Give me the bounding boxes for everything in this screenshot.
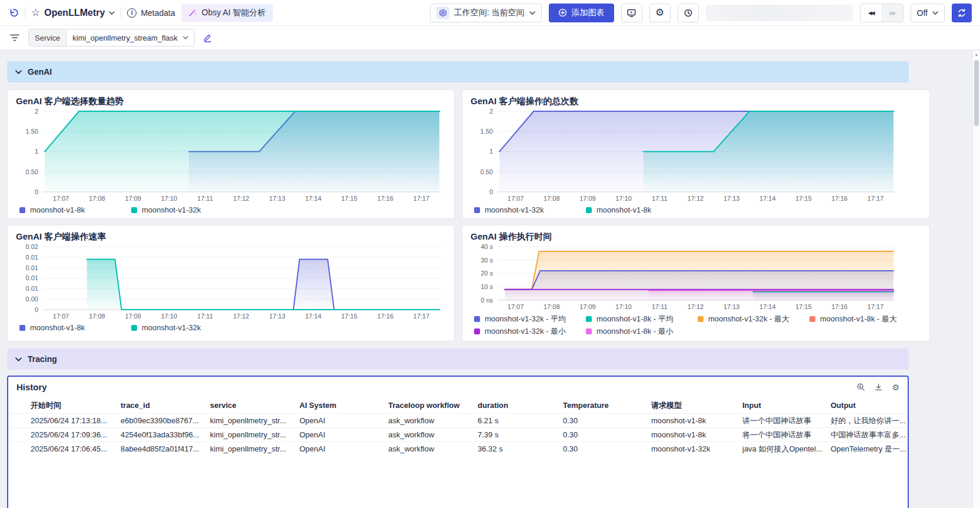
service-filter-label: Service bbox=[29, 29, 66, 46]
table-cell: 36.32 s bbox=[478, 444, 563, 453]
history-panel: History ⚙ 开始时间trace_idserviceAI SystemTr… bbox=[7, 376, 909, 508]
chart-area[interactable]: 0 ns10 s20 s30 s40 s17:0717:0817:0917:10… bbox=[471, 244, 921, 312]
legend-label: moonshot-v1-8k bbox=[30, 323, 85, 332]
svg-text:17:11: 17:11 bbox=[652, 195, 668, 202]
present-button[interactable] bbox=[621, 4, 642, 22]
column-header[interactable]: Traceloop workflow bbox=[388, 401, 478, 410]
chart-legend: moonshot-v1-32kmoonshot-v1-8k bbox=[471, 205, 921, 214]
clock-history-icon bbox=[683, 8, 693, 18]
zoom-icon[interactable] bbox=[856, 383, 865, 391]
column-header[interactable]: Input bbox=[742, 401, 831, 410]
table-cell: kimi_openllmetry_str... bbox=[210, 416, 299, 425]
legend-label: moonshot-v1-8k - 平均 bbox=[596, 314, 674, 324]
svg-text:17:09: 17:09 bbox=[579, 303, 596, 310]
svg-text:2: 2 bbox=[489, 108, 493, 115]
section-tracing[interactable]: Tracing bbox=[7, 348, 909, 370]
legend-item[interactable]: moonshot-v1-32k - 最小 bbox=[474, 326, 586, 337]
download-icon[interactable] bbox=[874, 383, 883, 391]
legend-swatch bbox=[474, 328, 480, 334]
star-icon[interactable]: ☆ bbox=[31, 6, 40, 19]
legend-item[interactable]: moonshot-v1-32k bbox=[131, 205, 243, 214]
settings-button[interactable]: ⚙ bbox=[649, 4, 671, 22]
legend-row: moonshot-v1-8kmoonshot-v1-32k bbox=[19, 205, 446, 214]
table-cell: 8abee4d85f2a01f417... bbox=[121, 444, 210, 453]
legend-item[interactable]: moonshot-v1-32k - 平均 bbox=[474, 314, 586, 324]
chevron-down-icon bbox=[183, 36, 188, 39]
column-header[interactable]: AI System bbox=[299, 401, 388, 410]
gear-icon[interactable]: ⚙ bbox=[892, 383, 899, 392]
refresh-button[interactable] bbox=[952, 4, 972, 22]
legend-swatch bbox=[474, 207, 480, 213]
column-header[interactable]: duration bbox=[478, 401, 563, 410]
section-genai-label: GenAI bbox=[28, 67, 52, 77]
column-header[interactable]: service bbox=[210, 401, 299, 410]
legend-item[interactable]: moonshot-v1-32k - 最大 bbox=[698, 314, 809, 324]
top-bar-right: 工作空间: 当前空间 添加图表 ⚙ ◀◀ ▶▶ bbox=[430, 4, 972, 22]
column-header[interactable]: trace_id bbox=[121, 401, 210, 410]
legend-item[interactable]: moonshot-v1-32k bbox=[474, 205, 586, 214]
chart-area[interactable]: 00.5011.50217:0717:0817:0917:1017:1117:1… bbox=[16, 108, 446, 204]
scroll-up-arrow[interactable]: ▲ bbox=[973, 51, 980, 57]
line-chart: 00.5011.50217:0717:0817:0917:1017:1117:1… bbox=[471, 108, 900, 204]
legend-swatch bbox=[809, 316, 815, 322]
legend-item[interactable]: moonshot-v1-32k bbox=[131, 323, 243, 332]
svg-text:0 ns: 0 ns bbox=[481, 297, 493, 304]
svg-text:30 s: 30 s bbox=[481, 257, 493, 264]
legend-item[interactable]: moonshot-v1-8k bbox=[19, 205, 131, 214]
column-header[interactable]: 请求模型 bbox=[651, 400, 742, 411]
svg-text:17:10: 17:10 bbox=[615, 195, 632, 202]
chart-area[interactable]: 00.000.010.010.010.010.0217:0717:0817:09… bbox=[16, 244, 446, 321]
auto-refresh-select[interactable]: Off bbox=[911, 4, 945, 22]
column-header[interactable]: 开始时间 bbox=[31, 400, 121, 411]
legend-item[interactable]: moonshot-v1-8k - 最小 bbox=[586, 326, 698, 337]
chart-area[interactable]: 00.5011.50217:0717:0817:0917:1017:1117:1… bbox=[471, 108, 921, 204]
svg-text:0.01: 0.01 bbox=[26, 285, 38, 292]
legend-item[interactable]: moonshot-v1-8k bbox=[586, 205, 698, 214]
section-genai[interactable]: GenAI bbox=[7, 61, 909, 82]
scrollbar-thumb[interactable] bbox=[974, 60, 979, 126]
filter-bar: Service kimi_openllmetry_stream_flask bbox=[0, 26, 980, 50]
add-chart-button[interactable]: 添加图表 bbox=[549, 4, 614, 22]
column-header[interactable]: Temperature bbox=[563, 401, 651, 410]
table-cell: 好的，让我给你讲一... bbox=[831, 416, 908, 426]
obsy-ai-button[interactable]: Obsy AI 智能分析 bbox=[181, 4, 273, 22]
history-button[interactable] bbox=[678, 4, 699, 22]
metadata-button[interactable]: i Metadata bbox=[127, 8, 175, 18]
table-row[interactable]: 2025/06/24 17:13:18...e6b09ec3390be8767.… bbox=[8, 413, 908, 427]
legend-item[interactable]: moonshot-v1-8k bbox=[19, 323, 131, 332]
time-pager: ◀◀ ▶▶ bbox=[860, 4, 904, 22]
workspace-cube-icon bbox=[436, 6, 449, 19]
svg-text:10 s: 10 s bbox=[481, 283, 493, 290]
table-cell: moonshot-v1-8k bbox=[651, 416, 742, 425]
service-filter-select[interactable]: kimi_openllmetry_stream_flask bbox=[66, 29, 194, 46]
dashboard-selector[interactable]: ☆ OpenLLMetry bbox=[31, 6, 115, 19]
legend-swatch bbox=[131, 207, 137, 213]
svg-text:17:17: 17:17 bbox=[868, 303, 884, 310]
time-forward-button[interactable]: ▶▶ bbox=[882, 4, 903, 22]
table-row[interactable]: 2025/06/24 17:06:45...8abee4d85f2a01f417… bbox=[8, 441, 908, 456]
table-cell: ask_workflow bbox=[388, 430, 478, 439]
add-chart-label: 添加图表 bbox=[572, 8, 605, 18]
legend-swatch bbox=[131, 325, 137, 331]
plus-circle-icon bbox=[558, 8, 567, 17]
workspace-select[interactable]: 工作空间: 当前空间 bbox=[430, 4, 542, 22]
legend-label: moonshot-v1-32k bbox=[485, 205, 544, 214]
table-cell: OpenTelemetry 是一... bbox=[831, 444, 908, 454]
column-header[interactable]: Output bbox=[831, 401, 908, 410]
page-scrollbar[interactable]: ▲ bbox=[972, 51, 980, 508]
time-back-button[interactable]: ◀◀ bbox=[861, 4, 882, 22]
filter-icon[interactable] bbox=[9, 34, 20, 42]
legend-item[interactable]: moonshot-v1-8k - 平均 bbox=[586, 314, 698, 324]
svg-text:17:15: 17:15 bbox=[341, 195, 358, 202]
legend-item[interactable]: moonshot-v1-8k - 最大 bbox=[809, 314, 921, 324]
magic-wand-icon bbox=[188, 8, 197, 17]
legend-label: moonshot-v1-8k - 最大 bbox=[820, 314, 897, 324]
edit-filters-icon[interactable] bbox=[203, 33, 212, 42]
table-row[interactable]: 2025/06/24 17:09:36...4254e0f13ada33bf96… bbox=[8, 427, 908, 441]
svg-text:17:14: 17:14 bbox=[759, 303, 776, 310]
svg-text:17:14: 17:14 bbox=[305, 313, 322, 320]
svg-text:0.50: 0.50 bbox=[481, 168, 493, 175]
legend-swatch bbox=[474, 316, 480, 322]
undo-icon[interactable] bbox=[8, 8, 19, 18]
legend-label: moonshot-v1-8k - 最小 bbox=[596, 326, 674, 337]
